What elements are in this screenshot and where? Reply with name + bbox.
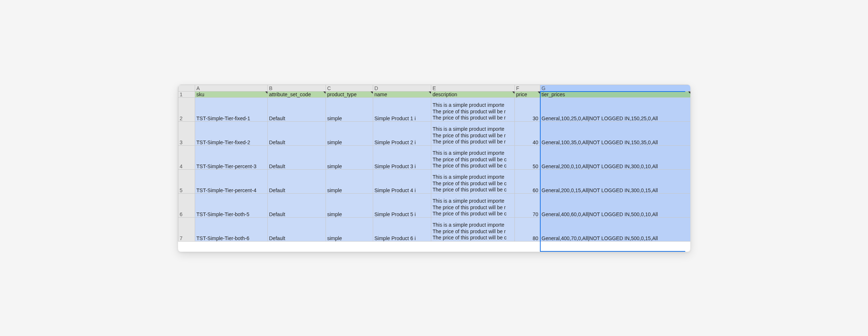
description-line: The price of this product will be c xyxy=(433,187,513,193)
table-row: 6TST-Simple-Tier-both-5DefaultsimpleSimp… xyxy=(178,193,690,217)
cell-name[interactable]: Simple Product 4 i xyxy=(373,169,431,193)
cell-sku[interactable]: TST-Simple-Tier-percent-4 xyxy=(195,169,267,193)
description-line: The price of this product will be r xyxy=(433,133,513,139)
cell-description[interactable]: This is a simple product importeThe pric… xyxy=(431,121,514,145)
header-label: tier_prices xyxy=(542,92,565,97)
header-cell-attribute-set-code[interactable]: attribute_set_code xyxy=(267,91,326,97)
cell-product-type[interactable]: simple xyxy=(326,217,373,241)
row-header-5[interactable]: 5 xyxy=(178,169,195,193)
header-cell-tier-prices[interactable]: tier_prices xyxy=(540,91,690,97)
cell-tier-prices[interactable]: General,200,0,10,All|NOT LOGGED IN,300,0… xyxy=(540,145,690,169)
cell-name[interactable]: Simple Product 1 i xyxy=(373,97,431,121)
note-indicator-icon[interactable] xyxy=(371,92,373,94)
cell-product-type[interactable]: simple xyxy=(326,97,373,121)
cell-attribute-set-code[interactable]: Default xyxy=(267,217,326,241)
header-cell-name[interactable]: name xyxy=(373,91,431,97)
spreadsheet[interactable]: A B C D E F G 1 sku attribute_set_code p… xyxy=(178,85,690,252)
note-indicator-icon[interactable] xyxy=(512,92,514,94)
description-line: This is a simple product importe xyxy=(433,222,513,228)
grid[interactable]: A B C D E F G 1 sku attribute_set_code p… xyxy=(178,85,690,242)
col-header-B[interactable]: B xyxy=(267,85,326,91)
table-row: 2TST-Simple-Tier-fixed-1DefaultsimpleSim… xyxy=(178,97,690,121)
description-line: This is a simple product importe xyxy=(433,102,513,109)
cell-description[interactable]: This is a simple product importeThe pric… xyxy=(431,169,514,193)
cell-description[interactable]: This is a simple product importeThe pric… xyxy=(431,217,514,241)
description-line: This is a simple product importe xyxy=(433,126,513,133)
cell-price[interactable]: 80 xyxy=(514,217,540,241)
header-cell-price[interactable]: price xyxy=(514,91,540,97)
row-header-3[interactable]: 3 xyxy=(178,121,195,145)
cell-sku[interactable]: TST-Simple-Tier-percent-3 xyxy=(195,145,267,169)
cell-description[interactable]: This is a simple product importeThe pric… xyxy=(431,145,514,169)
cell-name[interactable]: Simple Product 5 i xyxy=(373,193,431,217)
description-line: The price of this product will be c xyxy=(433,163,513,169)
cell-attribute-set-code[interactable]: Default xyxy=(267,97,326,121)
column-letters-row: A B C D E F G xyxy=(178,85,690,91)
table-row: 7TST-Simple-Tier-both-6DefaultsimpleSimp… xyxy=(178,217,690,241)
description-line: The price of this product will be r xyxy=(433,205,513,211)
note-indicator-icon[interactable] xyxy=(265,92,267,94)
note-indicator-icon[interactable] xyxy=(323,92,326,94)
cell-product-type[interactable]: simple xyxy=(326,121,373,145)
description-line: The price of this product will be r xyxy=(433,109,513,115)
table-row: 5TST-Simple-Tier-percent-4DefaultsimpleS… xyxy=(178,169,690,193)
note-indicator-icon[interactable] xyxy=(429,92,431,94)
cell-tier-prices[interactable]: General,100,35,0,All|NOT LOGGED IN,150,3… xyxy=(540,121,690,145)
cell-attribute-set-code[interactable]: Default xyxy=(267,121,326,145)
description-line: This is a simple product importe xyxy=(433,150,513,157)
cell-name[interactable]: Simple Product 6 i xyxy=(373,217,431,241)
cell-description[interactable]: This is a simple product importeThe pric… xyxy=(431,97,514,121)
cell-price[interactable]: 50 xyxy=(514,145,540,169)
cell-price[interactable]: 30 xyxy=(514,97,540,121)
description-line: The price of this product will be r xyxy=(433,115,513,121)
cell-tier-prices[interactable]: General,400,60,0,All|NOT LOGGED IN,500,0… xyxy=(540,193,690,217)
header-label: product_type xyxy=(327,92,357,97)
col-header-F[interactable]: F xyxy=(514,85,540,91)
cell-name[interactable]: Simple Product 3 i xyxy=(373,145,431,169)
cell-attribute-set-code[interactable]: Default xyxy=(267,193,326,217)
row-header-7[interactable]: 7 xyxy=(178,217,195,241)
col-header-C[interactable]: C xyxy=(326,85,373,91)
col-header-D[interactable]: D xyxy=(373,85,431,91)
note-indicator-icon[interactable] xyxy=(538,92,540,94)
description-line: The price of this product will be c xyxy=(433,181,513,187)
table-header-row: 1 sku attribute_set_code product_type na… xyxy=(178,91,690,97)
header-label: name xyxy=(375,92,387,97)
cell-sku[interactable]: TST-Simple-Tier-fixed-2 xyxy=(195,121,267,145)
header-label: price xyxy=(516,92,527,97)
cell-price[interactable]: 40 xyxy=(514,121,540,145)
col-header-A[interactable]: A xyxy=(195,85,267,91)
header-label: description xyxy=(433,92,457,97)
cell-sku[interactable]: TST-Simple-Tier-both-6 xyxy=(195,217,267,241)
cell-attribute-set-code[interactable]: Default xyxy=(267,169,326,193)
col-header-E[interactable]: E xyxy=(431,85,514,91)
cell-sku[interactable]: TST-Simple-Tier-both-5 xyxy=(195,193,267,217)
cell-description[interactable]: This is a simple product importeThe pric… xyxy=(431,193,514,217)
row-header-1[interactable]: 1 xyxy=(178,91,195,97)
cell-product-type[interactable]: simple xyxy=(326,169,373,193)
header-cell-description[interactable]: description xyxy=(431,91,514,97)
cell-price[interactable]: 70 xyxy=(514,193,540,217)
table-row: 3TST-Simple-Tier-fixed-2DefaultsimpleSim… xyxy=(178,121,690,145)
col-header-G[interactable]: G xyxy=(540,85,690,91)
cell-tier-prices[interactable]: General,200,0,15,All|NOT LOGGED IN,300,0… xyxy=(540,169,690,193)
cell-product-type[interactable]: simple xyxy=(326,145,373,169)
cell-name[interactable]: Simple Product 2 i xyxy=(373,121,431,145)
note-indicator-icon[interactable] xyxy=(688,92,690,94)
header-cell-product-type[interactable]: product_type xyxy=(326,91,373,97)
select-all-corner[interactable] xyxy=(178,85,195,91)
description-line: The price of this product will be c xyxy=(433,157,513,163)
cell-tier-prices[interactable]: General,400,70,0,All|NOT LOGGED IN,500,0… xyxy=(540,217,690,241)
row-header-4[interactable]: 4 xyxy=(178,145,195,169)
row-header-2[interactable]: 2 xyxy=(178,97,195,121)
row-header-6[interactable]: 6 xyxy=(178,193,195,217)
cell-sku[interactable]: TST-Simple-Tier-fixed-1 xyxy=(195,97,267,121)
description-line: The price of this product will be r xyxy=(433,228,513,235)
header-cell-sku[interactable]: sku xyxy=(195,91,267,97)
cell-product-type[interactable]: simple xyxy=(326,193,373,217)
cell-price[interactable]: 60 xyxy=(514,169,540,193)
header-label: sku xyxy=(197,92,205,97)
cell-attribute-set-code[interactable]: Default xyxy=(267,145,326,169)
description-line: The price of this product will be c xyxy=(433,211,513,217)
cell-tier-prices[interactable]: General,100,25,0,All|NOT LOGGED IN,150,2… xyxy=(540,97,690,121)
